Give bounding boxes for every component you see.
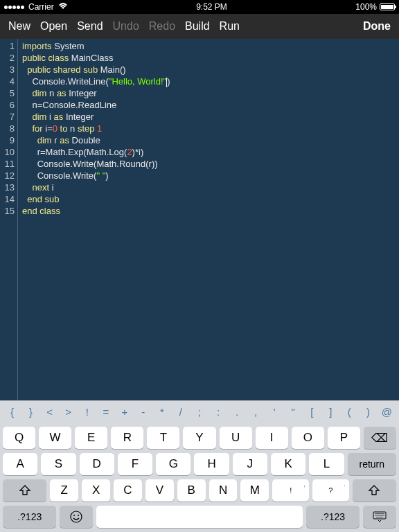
- symbol-key[interactable]: ": [284, 406, 303, 418]
- symbol-key[interactable]: ,: [247, 406, 265, 418]
- line-number: 9: [0, 134, 15, 146]
- symbol-key[interactable]: ): [359, 406, 378, 418]
- wifi-icon: [58, 2, 68, 12]
- period-key[interactable]: ?.: [312, 479, 349, 502]
- letter-key-s[interactable]: S: [41, 453, 76, 475]
- comma-key[interactable]: !,: [272, 479, 309, 502]
- letter-key-g[interactable]: G: [156, 453, 190, 475]
- hide-keyboard-key[interactable]: [363, 506, 396, 528]
- code-editor[interactable]: 123456789101112131415 imports System pub…: [0, 39, 399, 400]
- code-token: ): [167, 76, 170, 87]
- code-token: "Hello, World!": [109, 76, 166, 87]
- symbol-key[interactable]: .: [228, 406, 247, 418]
- symbol-key[interactable]: ': [265, 406, 284, 418]
- symbol-key[interactable]: }: [21, 406, 40, 418]
- shift-key[interactable]: [3, 479, 46, 502]
- letter-key-i[interactable]: I: [256, 427, 288, 449]
- space-key[interactable]: [96, 506, 303, 528]
- symbol-key[interactable]: {: [3, 406, 21, 418]
- letter-key-q[interactable]: Q: [3, 427, 35, 449]
- letter-key-w[interactable]: W: [39, 427, 71, 449]
- code-token: Console.WriteLine(: [32, 76, 108, 87]
- code-token: i: [46, 112, 53, 122]
- code-token: 0: [53, 123, 57, 134]
- code-token: n=Console.ReadLine: [32, 100, 116, 110]
- code-token: as: [54, 112, 64, 122]
- svg-point-2: [78, 515, 79, 516]
- letter-key-x[interactable]: X: [82, 479, 110, 502]
- line-number: 13: [0, 181, 15, 193]
- return-key[interactable]: return: [348, 453, 396, 475]
- svg-point-0: [71, 511, 82, 522]
- symbol-key[interactable]: :: [209, 406, 228, 418]
- emoji-key[interactable]: [60, 506, 93, 528]
- symbol-key[interactable]: *: [152, 406, 171, 418]
- letter-key-n[interactable]: N: [209, 479, 238, 502]
- code-token: Console.Write(: [37, 170, 97, 181]
- letter-key-a[interactable]: A: [3, 453, 37, 475]
- undo-button[interactable]: Undo: [113, 20, 139, 33]
- build-button[interactable]: Build: [185, 20, 210, 33]
- line-number: 6: [0, 99, 15, 111]
- letter-key-k[interactable]: K: [271, 453, 305, 475]
- toolbar: New Open Send Undo Redo Build Run Done: [0, 14, 399, 39]
- shift-key-right[interactable]: [353, 479, 396, 502]
- letter-key-b[interactable]: B: [177, 479, 206, 502]
- symbol-key[interactable]: (: [340, 406, 359, 418]
- symbol-key[interactable]: >: [59, 406, 78, 418]
- letter-key-t[interactable]: T: [147, 427, 179, 449]
- carrier-label: Carrier: [28, 2, 54, 12]
- symbol-key[interactable]: -: [134, 406, 152, 418]
- code-token: as: [57, 88, 66, 98]
- letter-key-y[interactable]: Y: [183, 427, 215, 449]
- symbol-key[interactable]: @: [378, 406, 396, 418]
- run-button[interactable]: Run: [220, 20, 240, 33]
- letter-key-l[interactable]: L: [309, 453, 344, 475]
- line-gutter: 123456789101112131415: [0, 39, 18, 400]
- done-button[interactable]: Done: [363, 20, 391, 33]
- letter-key-f[interactable]: F: [118, 453, 152, 475]
- letter-key-p[interactable]: P: [328, 427, 360, 449]
- symbol-key[interactable]: ;: [190, 406, 209, 418]
- letter-key-v[interactable]: V: [145, 479, 174, 502]
- symbol-key[interactable]: !: [78, 406, 96, 418]
- code-area[interactable]: imports System public class MainClass pu…: [18, 39, 399, 400]
- code-token: i=: [43, 123, 53, 134]
- symbol-key[interactable]: /: [171, 406, 190, 418]
- keyboard: QWERTYUIOP⌫ ⌫ ASDFGHJKLreturn ZXCVBNM !,…: [0, 423, 399, 532]
- signal-icon: [4, 6, 24, 9]
- symbol-key[interactable]: <: [40, 406, 59, 418]
- letter-key-z[interactable]: Z: [50, 479, 78, 502]
- symbol-key[interactable]: [: [303, 406, 321, 418]
- open-button[interactable]: Open: [40, 20, 67, 33]
- emoji-icon: [69, 510, 83, 524]
- letter-key-o[interactable]: O: [292, 427, 324, 449]
- letter-key-m[interactable]: M: [240, 479, 269, 502]
- code-token: " ": [96, 170, 105, 181]
- code-token: Double: [69, 135, 100, 145]
- letter-key-h[interactable]: H: [194, 453, 229, 475]
- code-token: System: [52, 41, 85, 51]
- number-key-right[interactable]: .?123: [306, 506, 360, 528]
- letter-key-r[interactable]: R: [111, 427, 143, 449]
- code-token: Integer: [63, 112, 94, 122]
- line-number: 15: [0, 205, 15, 217]
- code-token: )*i): [132, 147, 144, 157]
- code-token: shared: [51, 64, 80, 75]
- letter-key-e[interactable]: E: [75, 427, 107, 449]
- symbol-key[interactable]: =: [96, 406, 115, 418]
- letter-key-d[interactable]: D: [80, 453, 114, 475]
- code-token: public: [27, 64, 51, 75]
- letter-key-j[interactable]: J: [233, 453, 267, 475]
- new-button[interactable]: New: [8, 20, 30, 33]
- letter-key-u[interactable]: U: [220, 427, 252, 449]
- letter-key-c[interactable]: C: [114, 479, 142, 502]
- send-button[interactable]: Send: [77, 20, 103, 33]
- code-token: Integer: [66, 88, 97, 98]
- status-bar: Carrier 9:52 PM 100%: [0, 0, 399, 14]
- number-key[interactable]: .?123: [3, 506, 56, 528]
- symbol-key[interactable]: ]: [321, 406, 340, 418]
- symbol-key[interactable]: +: [115, 406, 134, 418]
- backspace-key[interactable]: ⌫: [364, 427, 396, 449]
- redo-button[interactable]: Redo: [149, 20, 175, 33]
